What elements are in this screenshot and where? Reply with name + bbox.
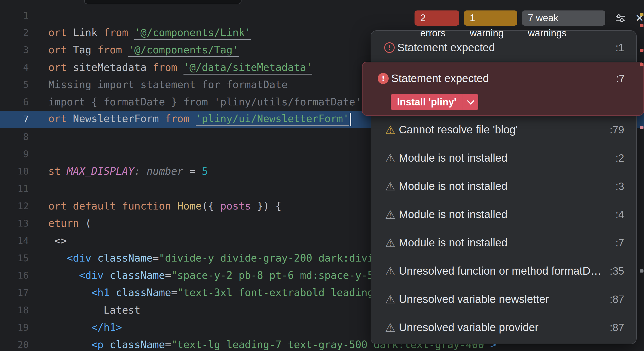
scrollbar-error-mark[interactable]: [640, 49, 643, 52]
problem-text: Cannot resolve file 'blog': [399, 123, 518, 136]
problem-line-ref: :1: [608, 42, 624, 54]
scrollbar-error-mark[interactable]: [640, 63, 643, 66]
line-number[interactable]: 10: [0, 166, 29, 177]
problem-line-ref: :87: [602, 322, 624, 333]
line-number[interactable]: 18: [0, 305, 29, 315]
code-token: import { formatDate } from 'pliny/utils/…: [48, 96, 361, 108]
code-token: [48, 321, 91, 333]
code-text: ort Tag from '@/components/Tag': [48, 44, 239, 56]
problem-row[interactable]: ⚠Module is not installed:2: [371, 144, 636, 172]
scrollbar-error-mark[interactable]: [640, 13, 643, 16]
code-token: =: [165, 339, 171, 350]
install-button[interactable]: Install 'pliny': [391, 94, 478, 110]
code-text: <div className="space-y-2 pb-8 pt-6 md:s…: [48, 269, 373, 281]
problem-line-ref: :79: [602, 124, 624, 136]
ide-screen: 12ort Link from '@/components/Link'3ort …: [0, 0, 644, 351]
line-number[interactable]: 15: [0, 253, 29, 263]
warning-icon: ⚠: [384, 124, 396, 136]
code-token: Missing import statement for formatDate: [48, 79, 288, 90]
inspection-settings-icon[interactable]: [614, 12, 626, 24]
scrollbar-error-stripe[interactable]: [640, 0, 643, 351]
line-number[interactable]: 4: [0, 62, 29, 73]
code-token: ort: [48, 113, 73, 124]
line-number[interactable]: 2: [0, 27, 29, 38]
code-token: [48, 252, 67, 264]
line-number[interactable]: 7: [0, 114, 29, 124]
scrollbar-error-mark[interactable]: [640, 126, 643, 129]
code-token: ort: [48, 44, 73, 56]
line-number[interactable]: 12: [0, 201, 29, 211]
weak-warning-icon: ⚠: [384, 208, 396, 220]
weak-warning-icon: ⚠: [384, 180, 396, 192]
code-token: from: [97, 44, 128, 56]
code-token: className: [97, 252, 153, 264]
warning-badge[interactable]: 1 warning: [464, 10, 517, 26]
code-token: =: [171, 287, 177, 298]
code-token: [48, 339, 91, 350]
line-number[interactable]: 5: [0, 79, 29, 90]
problem-row[interactable]: ⚠Unresolved variable provider:87: [371, 313, 636, 342]
code-token: ({: [202, 200, 220, 212]
problem-row[interactable]: ⚠Module is not installed:7: [371, 229, 636, 257]
code-token: <div: [79, 269, 110, 281]
code-token: from: [165, 113, 196, 124]
problems-popup: !Statement expected:1!Statement expected…: [371, 30, 637, 344]
problem-line-ref: :87: [602, 293, 624, 305]
code-token: "divide-y divide-gray-200 dark:divi: [159, 252, 374, 264]
code-text: Missing import statement for formatDate: [48, 79, 288, 90]
error-icon: !: [378, 73, 389, 84]
problem-line-ref: :7: [608, 237, 624, 249]
errors-badge[interactable]: 2 errors: [415, 10, 459, 26]
problem-row[interactable]: !Statement expected:1: [371, 33, 636, 62]
line-number[interactable]: 20: [0, 339, 29, 350]
line-number[interactable]: 14: [0, 235, 29, 246]
problem-text: Unresolved function or method formatD…: [399, 265, 601, 277]
code-token: 5: [202, 165, 208, 177]
code-token: [48, 269, 79, 281]
weak-warning-icon: ⚠: [384, 237, 396, 249]
code-token: from: [153, 61, 183, 73]
code-text: Latest: [48, 304, 140, 316]
code-token: from: [104, 27, 134, 38]
line-number[interactable]: 1: [0, 10, 29, 21]
line-number[interactable]: 3: [0, 44, 29, 55]
code-text: <>: [48, 235, 67, 247]
code-token: Tag: [73, 44, 97, 56]
code-token: className: [116, 287, 171, 298]
line-number[interactable]: 9: [0, 149, 29, 159]
code-text: import { formatDate } from 'pliny/utils/…: [48, 96, 361, 108]
line-number[interactable]: 17: [0, 287, 29, 298]
code-token: eturn: [48, 217, 85, 229]
code-token: <h1: [91, 287, 116, 298]
code-token: =: [165, 269, 171, 281]
code-token: [48, 287, 91, 298]
code-token: (: [85, 217, 91, 229]
line-number[interactable]: 6: [0, 97, 29, 107]
problem-row[interactable]: ⚠Module is not installed:3: [371, 172, 636, 200]
code-token: : number: [134, 165, 183, 177]
line-number[interactable]: 16: [0, 270, 29, 281]
install-dropdown-button[interactable]: [463, 94, 478, 110]
selected-problem-card[interactable]: !Statement expected:7Install 'pliny': [362, 62, 644, 116]
code-token: className: [110, 339, 165, 350]
problem-text: Module is not installed: [399, 236, 508, 249]
code-text: ort NewsletterForm from 'pliny/ui/Newsle…: [48, 113, 351, 126]
problem-row[interactable]: ⚠Unresolved function or method formatD…:…: [371, 257, 636, 285]
line-number[interactable]: 19: [0, 322, 29, 333]
problem-row[interactable]: ⚠Unresolved variable newsletter:87: [371, 285, 636, 313]
line-number[interactable]: 13: [0, 218, 29, 229]
line-number[interactable]: 8: [0, 131, 29, 142]
problem-text: Module is not installed: [399, 208, 508, 221]
line-number[interactable]: 11: [0, 183, 29, 194]
code-token: }) {: [251, 200, 281, 212]
scrollbar-error-mark[interactable]: [640, 24, 643, 27]
weak-badge[interactable]: 7 weak warnings: [522, 10, 605, 26]
code-token: =: [153, 252, 159, 264]
inspection-badges: 2 errors1 warning7 weak warnings: [415, 10, 605, 26]
code-text: </h1>: [48, 321, 122, 333]
code-token: ort: [48, 27, 73, 38]
code-token: className: [110, 269, 165, 281]
scrollbar-error-mark[interactable]: [640, 269, 643, 273]
problem-row[interactable]: ⚠Module is not installed:4: [371, 200, 636, 229]
problem-row[interactable]: ⚠Cannot resolve file 'blog':79: [371, 116, 636, 144]
